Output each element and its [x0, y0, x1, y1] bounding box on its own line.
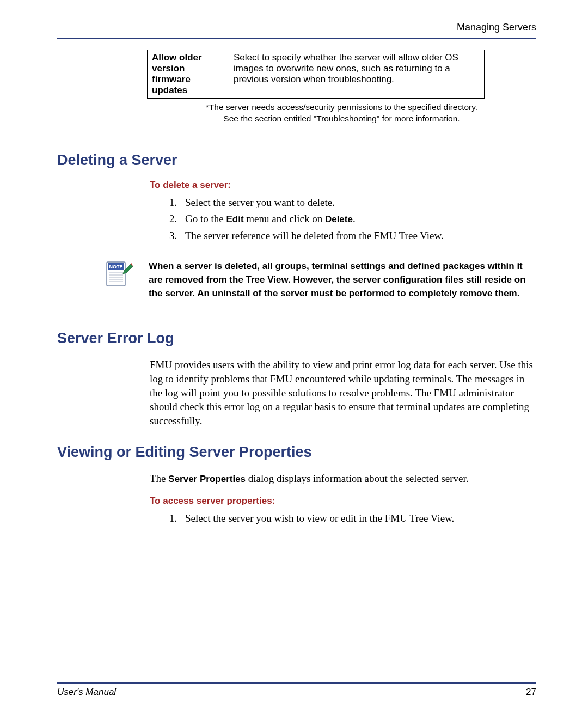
subheading-access-properties: To access server properties: — [150, 496, 536, 506]
options-table: Allow older version firmware updates Sel… — [147, 50, 485, 99]
note-text: When a server is deleted, all groups, te… — [149, 260, 536, 300]
menu-ref-delete: Delete — [325, 214, 353, 224]
footer-divider — [57, 682, 536, 684]
list-item: Select the server you wish to view or ed… — [180, 511, 536, 527]
section-title: Managing Servers — [457, 22, 536, 33]
access-properties-steps: Select the server you wish to view or ed… — [180, 511, 536, 527]
option-label: Allow older version firmware updates — [148, 50, 229, 99]
error-log-body: FMU provides users with the ability to v… — [150, 358, 536, 428]
footnote-line: See the section entitled "Troubleshootin… — [147, 113, 536, 125]
list-item: Select the server you want to delete. — [180, 195, 536, 211]
list-item: Go to the Edit menu and click on Delete. — [180, 211, 536, 227]
header-divider — [57, 38, 536, 39]
page-number: 27 — [526, 687, 536, 698]
table-footnote: *The server needs access/security permis… — [147, 102, 536, 125]
subheading-delete-server: To delete a server: — [150, 180, 536, 191]
heading-server-error-log: Server Error Log — [57, 330, 536, 347]
note-callout: NOTE When a server is deleted, all group… — [103, 260, 536, 300]
note-icon: NOTE — [103, 260, 133, 292]
menu-ref-edit: Edit — [226, 214, 243, 224]
heading-viewing-editing-properties: Viewing or Editing Server Properties — [57, 444, 536, 461]
dialog-ref-server-properties: Server Properties — [168, 474, 246, 484]
properties-intro: The Server Properties dialog displays in… — [150, 472, 536, 486]
list-item: The server reference will be deleted fro… — [180, 228, 536, 244]
footnote-line: *The server needs access/security permis… — [147, 102, 536, 113]
footer-document-title: User's Manual — [57, 687, 116, 698]
heading-deleting-server: Deleting a Server — [57, 152, 536, 169]
table-row: Allow older version firmware updates Sel… — [148, 50, 485, 99]
svg-text:NOTE: NOTE — [109, 264, 122, 270]
option-description: Select to specify whether the server wil… — [229, 50, 485, 99]
delete-steps-list: Select the server you want to delete. Go… — [180, 195, 536, 244]
